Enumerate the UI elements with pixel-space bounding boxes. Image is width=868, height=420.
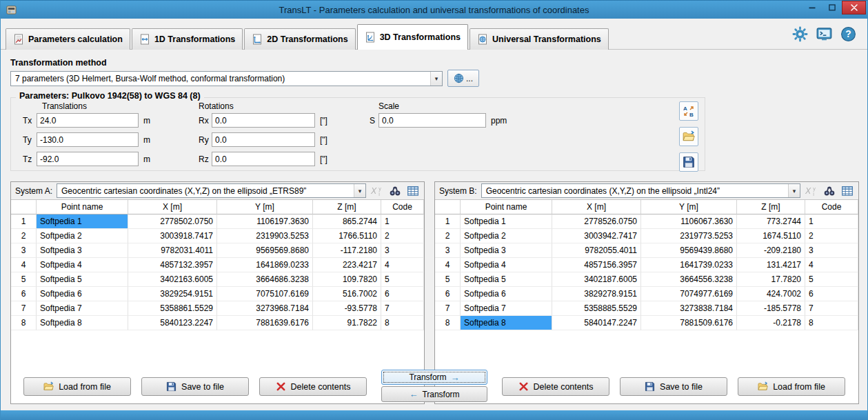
cell-point-name[interactable]: Softpedia 2: [461, 229, 552, 243]
transformation-method-combo[interactable]: 7 parameters (3D Helmert, Bursa-Wolf met…: [10, 71, 443, 86]
coordinate-system-combo[interactable]: Geocentric cartesian coordinates (X,Y,Z)…: [481, 183, 800, 198]
ty-input[interactable]: [37, 132, 139, 147]
cell-code[interactable]: 6: [805, 287, 858, 301]
cell-code[interactable]: 5: [805, 272, 858, 287]
grid-icon[interactable]: [406, 185, 420, 197]
cell-rownum[interactable]: 2: [11, 229, 37, 243]
grid-icon[interactable]: [840, 185, 854, 197]
cell-code[interactable]: 3: [805, 243, 858, 258]
cell-y[interactable]: 1641739.0233: [641, 258, 737, 272]
cell-rownum[interactable]: 4: [435, 258, 461, 272]
cell-y[interactable]: 7881509.6176: [641, 316, 737, 330]
cell-x[interactable]: 4857156.3957: [552, 258, 641, 272]
find-icon[interactable]: [822, 185, 836, 197]
cell-x[interactable]: 5840123.2247: [128, 316, 217, 330]
cell-code[interactable]: 5: [381, 272, 424, 287]
cell-x[interactable]: 3003918.7417: [128, 229, 217, 243]
load-from-file-button[interactable]: Load from file: [23, 377, 131, 396]
find-icon[interactable]: [388, 185, 402, 197]
tz-input[interactable]: [37, 152, 139, 166]
cell-x[interactable]: 5840147.2247: [552, 316, 641, 330]
cell-x[interactable]: 3829254.9151: [128, 287, 217, 301]
tab-parameters-calculation[interactable]: Parameters calculation: [6, 28, 130, 50]
cell-point-name[interactable]: Softpedia 2: [37, 229, 128, 243]
delete-contents-button[interactable]: Delete contents: [502, 377, 609, 396]
s-input[interactable]: [379, 113, 486, 128]
console-button[interactable]: [816, 26, 833, 43]
cell-y[interactable]: 3273838.7184: [641, 301, 737, 316]
cell-point-name[interactable]: Softpedia 3: [461, 243, 552, 258]
tab-3d-transformations[interactable]: 3D Transformations: [357, 24, 468, 50]
cell-y[interactable]: 1641869.0233: [217, 258, 313, 272]
cell-z[interactable]: -0.2178: [737, 316, 805, 330]
cell-y[interactable]: 1106067.3630: [641, 214, 737, 229]
cell-x[interactable]: 2778502.0750: [128, 214, 217, 229]
cell-point-name[interactable]: Softpedia 3: [37, 243, 128, 258]
cell-x[interactable]: 9782055.4011: [552, 243, 641, 258]
cell-y[interactable]: 3273968.7184: [217, 301, 313, 316]
cell-y[interactable]: 3664686.3238: [217, 272, 313, 287]
cell-rownum[interactable]: 1: [11, 214, 37, 229]
cell-rownum[interactable]: 1: [435, 214, 461, 229]
transform-b-to-a-button[interactable]: ← Transform: [381, 386, 487, 402]
gear-button[interactable]: [791, 26, 809, 43]
cell-point-name[interactable]: Softpedia 4: [461, 258, 552, 272]
cell-z[interactable]: 17.7820: [737, 272, 805, 287]
cell-x[interactable]: 3829278.9151: [552, 287, 641, 301]
titlebar[interactable]: TransLT - Parameters calculation and uni…: [1, 1, 867, 19]
cell-z[interactable]: 1766.5110: [313, 229, 381, 243]
cell-code[interactable]: 1: [381, 214, 424, 229]
cell-code[interactable]: 4: [805, 258, 858, 272]
tab-universal-transformations[interactable]: Universal Transformations: [470, 28, 609, 50]
cell-rownum[interactable]: 5: [11, 272, 37, 287]
folder-open-button[interactable]: [679, 127, 698, 146]
cell-x[interactable]: 9782031.4011: [128, 243, 217, 258]
cell-x[interactable]: 4857132.3957: [128, 258, 217, 272]
maximize-button[interactable]: [822, 1, 842, 14]
cell-x[interactable]: 5358885.5529: [552, 301, 641, 316]
save-to-file-button[interactable]: Save to file: [620, 377, 727, 396]
cell-y[interactable]: 1106197.3630: [217, 214, 313, 229]
tab-2d-transformations[interactable]: 2D Transformations: [244, 28, 355, 50]
cell-code[interactable]: 7: [805, 301, 858, 316]
cell-rownum[interactable]: 6: [11, 287, 37, 301]
cell-y[interactable]: 2319773.5253: [641, 229, 737, 243]
rz-input[interactable]: [212, 152, 315, 166]
cell-y[interactable]: 7881639.6176: [217, 316, 313, 330]
cell-rownum[interactable]: 4: [11, 258, 37, 272]
ry-input[interactable]: [212, 132, 315, 147]
tab-1d-transformations[interactable]: 1D Transformations: [132, 28, 243, 50]
transform-a-to-b-button[interactable]: Transform →: [381, 370, 487, 385]
cell-code[interactable]: 2: [381, 229, 424, 243]
cell-rownum[interactable]: 3: [435, 243, 461, 258]
cell-y[interactable]: 3664556.3238: [641, 272, 737, 287]
cell-z[interactable]: 424.7002: [737, 287, 805, 301]
cell-y[interactable]: 2319903.5253: [217, 229, 313, 243]
cell-point-name[interactable]: Softpedia 1: [461, 214, 552, 229]
cell-rownum[interactable]: 7: [435, 301, 461, 316]
cell-y[interactable]: 9569569.8680: [217, 243, 313, 258]
cell-x[interactable]: 3402163.6005: [128, 272, 217, 287]
cell-point-name[interactable]: Softpedia 5: [37, 272, 128, 287]
cell-x[interactable]: 3003942.7417: [552, 229, 641, 243]
cell-rownum[interactable]: 8: [435, 316, 461, 330]
cell-point-name[interactable]: Softpedia 4: [37, 258, 128, 272]
cell-code[interactable]: 1: [805, 214, 858, 229]
cell-point-name[interactable]: Softpedia 6: [37, 287, 128, 301]
load-from-file-button[interactable]: Load from file: [738, 377, 845, 396]
cell-rownum[interactable]: 6: [435, 287, 461, 301]
cell-y[interactable]: 9569439.8680: [641, 243, 737, 258]
cell-rownum[interactable]: 3: [11, 243, 37, 258]
cell-y[interactable]: 7075107.6169: [217, 287, 313, 301]
cell-z[interactable]: -93.5778: [313, 301, 381, 316]
cell-z[interactable]: -117.2180: [313, 243, 381, 258]
coordinate-system-combo[interactable]: Geocentric cartesian coordinates (X,Y,Z)…: [57, 183, 366, 198]
help-button[interactable]: ?: [840, 26, 857, 43]
cell-code[interactable]: 3: [381, 243, 424, 258]
cell-z[interactable]: 109.7820: [313, 272, 381, 287]
cell-z[interactable]: 773.2744: [737, 214, 805, 229]
cell-code[interactable]: 7: [381, 301, 424, 316]
tx-input[interactable]: [37, 113, 139, 128]
cell-point-name[interactable]: Softpedia 7: [461, 301, 552, 316]
cell-rownum[interactable]: 2: [435, 229, 461, 243]
